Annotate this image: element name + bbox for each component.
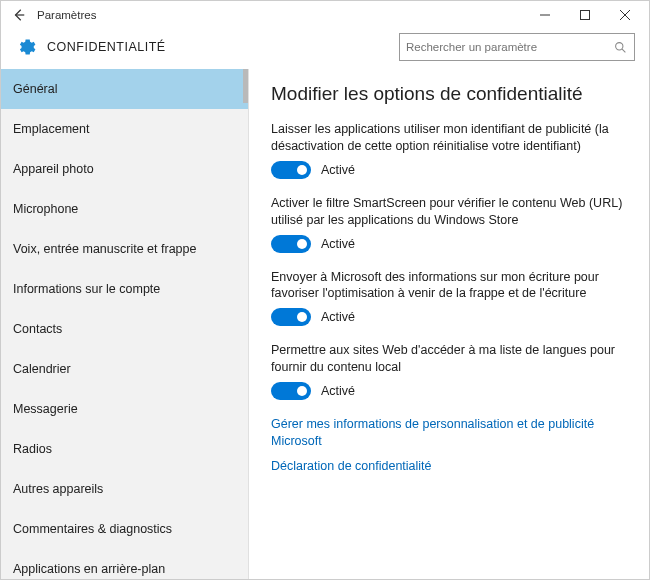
minimize-icon — [540, 10, 550, 20]
toggle-state-label: Activé — [321, 310, 355, 324]
sidebar-scrollbar[interactable] — [243, 69, 248, 579]
sidebar-item-label: Commentaires & diagnostics — [13, 522, 172, 536]
sidebar-item[interactable]: Voix, entrée manuscrite et frappe — [1, 229, 248, 269]
back-arrow-icon — [12, 8, 26, 22]
sidebar-item[interactable]: Autres appareils — [1, 469, 248, 509]
privacy-option: Laisser les applications utiliser mon id… — [271, 121, 629, 179]
svg-point-5 — [615, 42, 622, 49]
sidebar-item-label: Informations sur le compte — [13, 282, 160, 296]
sidebar-item[interactable]: Applications en arrière-plan — [1, 549, 248, 579]
search-icon — [612, 39, 628, 55]
privacy-option: Permettre aux sites Web d'accéder à ma l… — [271, 342, 629, 400]
sidebar-item-label: Messagerie — [13, 402, 78, 416]
privacy-option: Activer le filtre SmartScreen pour vérif… — [271, 195, 629, 253]
sidebar-item-label: Voix, entrée manuscrite et frappe — [13, 242, 196, 256]
sidebar-scroll-thumb[interactable] — [243, 69, 248, 103]
sidebar-item[interactable]: Calendrier — [1, 349, 248, 389]
toggle-state-label: Activé — [321, 163, 355, 177]
sidebar-item-label: Emplacement — [13, 122, 89, 136]
page-title: CONFIDENTIALITÉ — [47, 40, 166, 54]
toggle-knob — [297, 312, 307, 322]
option-description: Activer le filtre SmartScreen pour vérif… — [271, 195, 629, 229]
toggle-knob — [297, 165, 307, 175]
sidebar-item[interactable]: Emplacement — [1, 109, 248, 149]
option-description: Laisser les applications utiliser mon id… — [271, 121, 629, 155]
toggle-switch[interactable] — [271, 382, 311, 400]
sidebar-item-label: Appareil photo — [13, 162, 94, 176]
sidebar-item[interactable]: Messagerie — [1, 389, 248, 429]
window: Paramètres CONFIDENTIALITÉ — [0, 0, 650, 580]
sidebar-item[interactable]: Contacts — [1, 309, 248, 349]
sidebar-item[interactable]: Appareil photo — [1, 149, 248, 189]
link[interactable]: Gérer mes informations de personnalisati… — [271, 416, 629, 450]
titlebar: Paramètres — [1, 1, 649, 29]
body: GénéralEmplacementAppareil photoMicropho… — [1, 69, 649, 579]
sidebar-item-label: Contacts — [13, 322, 62, 336]
sidebar-item[interactable]: Microphone — [1, 189, 248, 229]
link[interactable]: Déclaration de confidentialité — [271, 458, 629, 475]
svg-line-6 — [622, 49, 625, 52]
sidebar-item-label: Calendrier — [13, 362, 71, 376]
svg-rect-2 — [581, 11, 590, 20]
sidebar-item[interactable]: Général — [1, 69, 248, 109]
option-description: Permettre aux sites Web d'accéder à ma l… — [271, 342, 629, 376]
header: CONFIDENTIALITÉ — [1, 29, 649, 69]
sidebar-item-label: Autres appareils — [13, 482, 103, 496]
toggle-switch[interactable] — [271, 308, 311, 326]
maximize-icon — [580, 10, 590, 20]
option-description: Envoyer à Microsoft des informations sur… — [271, 269, 629, 303]
back-button[interactable] — [5, 1, 33, 29]
window-title: Paramètres — [33, 9, 525, 21]
content-heading: Modifier les options de confidentialité — [271, 83, 629, 105]
sidebar-item-label: Microphone — [13, 202, 78, 216]
maximize-button[interactable] — [565, 1, 605, 29]
sidebar-item-label: Applications en arrière-plan — [13, 562, 165, 576]
toggle-state-label: Activé — [321, 237, 355, 251]
sidebar-item-label: Général — [13, 82, 57, 96]
sidebar-item[interactable]: Informations sur le compte — [1, 269, 248, 309]
toggle-state-label: Activé — [321, 384, 355, 398]
close-icon — [620, 10, 630, 20]
toggle-switch[interactable] — [271, 235, 311, 253]
sidebar-item-label: Radios — [13, 442, 52, 456]
sidebar: GénéralEmplacementAppareil photoMicropho… — [1, 69, 249, 579]
toggle-knob — [297, 239, 307, 249]
window-buttons — [525, 1, 645, 29]
toggle-knob — [297, 386, 307, 396]
search-box[interactable] — [399, 33, 635, 61]
privacy-option: Envoyer à Microsoft des informations sur… — [271, 269, 629, 327]
minimize-button[interactable] — [525, 1, 565, 29]
sidebar-item[interactable]: Commentaires & diagnostics — [1, 509, 248, 549]
close-button[interactable] — [605, 1, 645, 29]
gear-icon — [15, 36, 37, 58]
sidebar-item[interactable]: Radios — [1, 429, 248, 469]
content: Modifier les options de confidentialité … — [249, 69, 649, 579]
search-input[interactable] — [406, 41, 612, 53]
toggle-switch[interactable] — [271, 161, 311, 179]
